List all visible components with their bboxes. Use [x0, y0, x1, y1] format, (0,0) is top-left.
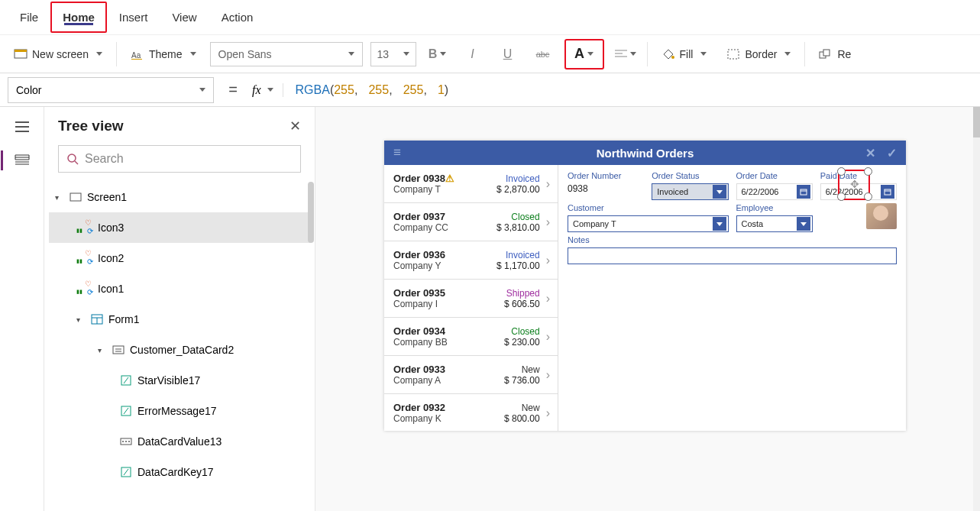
svg-rect-10	[823, 50, 830, 56]
menu-home[interactable]: Home	[50, 2, 107, 33]
font-color-button[interactable]: A	[571, 42, 598, 66]
order-detail: Order Number Order Status Order Date Pai…	[558, 165, 906, 431]
label-icon	[119, 404, 133, 418]
svg-point-28	[128, 441, 130, 442]
fill-button[interactable]: Fill	[655, 44, 713, 65]
order-row[interactable]: Order 0933Company ANew$ 736.00›	[384, 356, 558, 394]
tree-node-starvisible[interactable]: StarVisible17	[49, 365, 310, 396]
chevron-down-icon	[713, 185, 726, 199]
order-customer: Company BB	[393, 337, 484, 348]
chevron-down-icon	[784, 52, 791, 56]
align-button[interactable]	[612, 42, 639, 66]
new-screen-button[interactable]: New screen	[8, 44, 108, 65]
order-list[interactable]: Order 0938⚠Company TInvoiced$ 2,870.00›O…	[384, 165, 558, 431]
order-row[interactable]: Order 0938⚠Company TInvoiced$ 2,870.00›	[384, 165, 558, 203]
chevron-right-icon: ›	[546, 368, 550, 382]
hamburger-icon[interactable]	[13, 118, 31, 136]
input-icon	[119, 435, 133, 448]
order-amount: $ 230.00	[484, 337, 540, 348]
selection-handles[interactable]: ✥	[841, 171, 868, 197]
order-customer: Company T	[393, 184, 484, 195]
label-customer: Customer	[568, 203, 729, 212]
chevron-down-icon	[797, 217, 810, 231]
order-status: Shipped	[484, 288, 540, 299]
italic-button[interactable]: I	[459, 42, 487, 66]
svg-text:Aa: Aa	[131, 51, 141, 60]
tree-node-icon2[interactable]: ▮▮♡⟳ Icon2	[49, 243, 310, 273]
resize-handle[interactable]	[837, 192, 846, 201]
close-icon[interactable]: ✕	[289, 118, 301, 134]
cancel-icon[interactable]: ✕	[865, 146, 875, 160]
label-icon	[119, 374, 133, 387]
customer-select[interactable]: Company T	[568, 215, 729, 232]
menu-action[interactable]: Action	[209, 2, 266, 33]
tree: ▾Screen1 ▮▮♡⟳ Icon3 ▮▮♡⟳ Icon2 ▮▮♡⟳ Icon…	[44, 182, 315, 511]
order-amount: $ 3,810.00	[484, 222, 540, 233]
formula-input[interactable]: RGBA(255, 255, 255, 1)	[291, 82, 972, 97]
tree-node-screen1[interactable]: ▾Screen1	[49, 182, 310, 212]
font-name-select[interactable]: Open Sans	[210, 42, 363, 66]
calendar-icon	[797, 185, 810, 199]
order-id: Order 0934	[393, 325, 484, 337]
canvas-scrollbar[interactable]	[973, 107, 980, 511]
app-title: Northwind Orders	[597, 147, 694, 160]
font-color-button-highlight: A	[564, 39, 604, 70]
border-button[interactable]: Border	[720, 44, 797, 65]
scrollbar-thumb[interactable]	[973, 107, 980, 137]
employee-select[interactable]: Costa	[736, 215, 813, 232]
resize-handle[interactable]	[837, 167, 846, 176]
tree-panel: Tree view ✕ Search ▾Screen1 ▮▮♡⟳ Icon3 ▮…	[44, 107, 315, 511]
submit-icon[interactable]: ✓	[887, 146, 897, 160]
search-input[interactable]: Search	[58, 145, 301, 173]
font-size-value: 13	[377, 48, 390, 60]
fx-button[interactable]: fx	[252, 83, 283, 97]
order-row[interactable]: Order 0937Company CCClosed$ 3,810.00›	[384, 203, 558, 241]
order-row[interactable]: Order 0936Company YInvoiced$ 1,170.00›	[384, 241, 558, 280]
order-status: Invoiced	[484, 250, 540, 260]
canvas[interactable]: ≡ Northwind Orders ✕ ✓ Order 0938⚠Compan…	[315, 107, 980, 511]
screen-icon	[69, 190, 82, 204]
chevron-down-icon	[587, 52, 593, 56]
notes-input[interactable]	[568, 247, 897, 264]
menu-view[interactable]: View	[160, 2, 209, 33]
scrollbar-thumb[interactable]	[308, 182, 314, 243]
fx-icon: fx	[252, 83, 261, 97]
resize-handle[interactable]	[864, 192, 872, 201]
font-size-select[interactable]: 13	[370, 42, 416, 66]
menu-bar: File Home Insert View Action	[0, 0, 980, 35]
label-notes: Notes	[568, 235, 897, 244]
order-amount: $ 1,170.00	[484, 260, 540, 271]
order-row[interactable]: Order 0935Company IShipped$ 606.50›	[384, 280, 558, 318]
theme-button[interactable]: Aa Theme	[125, 44, 202, 65]
equals-sign: =	[222, 81, 244, 99]
tree-node-icon1[interactable]: ▮▮♡⟳ Icon1	[49, 273, 310, 304]
tree-node-form1[interactable]: ▾Form1	[49, 304, 310, 335]
tree-node-errormessage[interactable]: ErrorMessage17	[49, 396, 310, 426]
strikethrough-button[interactable]: abc	[529, 42, 557, 66]
property-select[interactable]: Color	[8, 77, 214, 103]
order-row[interactable]: Order 0934Company BBClosed$ 230.00›	[384, 318, 558, 356]
bold-button[interactable]: B	[424, 42, 451, 66]
tree-node-customer-datacard[interactable]: ▾Customer_DataCard2	[49, 335, 310, 365]
tree-node-datacardkey[interactable]: DataCardKey17	[49, 457, 310, 487]
menu-insert[interactable]: Insert	[107, 2, 160, 33]
label-icon	[119, 465, 133, 479]
underline-button[interactable]: U	[494, 42, 522, 66]
order-date-input[interactable]: 6/22/2006	[736, 183, 813, 200]
fill-label: Fill	[680, 48, 694, 60]
svg-rect-3	[131, 59, 142, 60]
resize-handle[interactable]	[864, 167, 872, 176]
chevron-down-icon	[403, 52, 409, 56]
order-row[interactable]: Order 0932Company KNew$ 800.00›	[384, 394, 558, 431]
tree-node-icon3[interactable]: ▮▮♡⟳ Icon3	[49, 212, 310, 243]
app-header: ≡ Northwind Orders ✕ ✓	[384, 141, 906, 165]
order-status-select[interactable]: Invoiced	[652, 183, 728, 200]
svg-rect-30	[800, 189, 807, 195]
tree-view-icon[interactable]	[13, 151, 31, 170]
chevron-right-icon: ›	[546, 177, 550, 191]
border-label: Border	[745, 48, 777, 60]
tree-node-datacardvalue[interactable]: DataCardValue13	[49, 426, 310, 457]
menu-file[interactable]: File	[8, 2, 50, 33]
reorder-button[interactable]: Re	[813, 44, 857, 65]
list-icon[interactable]: ≡	[393, 145, 401, 160]
